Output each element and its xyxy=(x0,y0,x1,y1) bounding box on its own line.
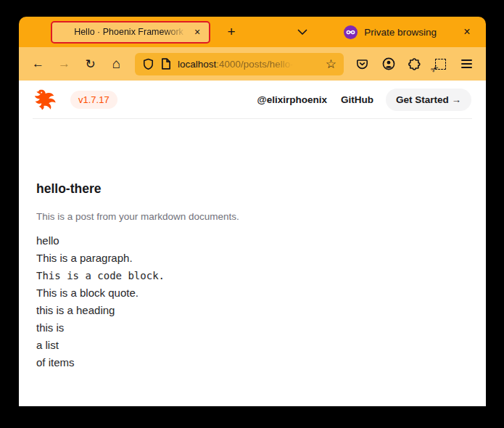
chevron-down-icon xyxy=(297,29,307,36)
shield-icon[interactable] xyxy=(142,58,154,70)
account-icon xyxy=(382,57,395,70)
list-all-tabs-button[interactable] xyxy=(293,22,312,41)
post-list-item-3: of items xyxy=(36,354,468,371)
tab-strip: Hello · Phoenix Framework × + Private br… xyxy=(19,17,486,47)
post-title: hello-there xyxy=(36,181,468,197)
address-bar[interactable]: localhost:4000/posts/hello-t ☆ xyxy=(135,53,344,75)
private-browsing-indicator: Private browsing xyxy=(344,25,437,39)
forward-button[interactable]: → xyxy=(54,54,75,75)
post-list-item-2: a list xyxy=(36,337,468,354)
screenshot-icon: ✂ xyxy=(435,59,446,70)
new-tab-button[interactable]: + xyxy=(222,22,241,41)
nav-link-github[interactable]: GitHub xyxy=(341,94,373,105)
scissors-glyph: ✂ xyxy=(428,62,441,75)
back-button[interactable]: ← xyxy=(28,54,49,75)
page-content: v1.7.17 @elixirphoenix GitHub Get Starte… xyxy=(19,81,486,406)
menu-button[interactable] xyxy=(456,54,477,75)
url-text: localhost:4000/posts/hello-t xyxy=(178,59,319,70)
post-line-paragraph: This is a paragraph. xyxy=(36,250,468,267)
post-block-quote: This is a block quote. xyxy=(36,284,468,302)
post-article: hello-there This is a post from your mar… xyxy=(19,119,486,371)
post-subtitle: This is a post from your markdown docume… xyxy=(36,210,468,224)
extensions-button[interactable] xyxy=(404,54,425,75)
reload-button[interactable]: ↻ xyxy=(80,54,101,75)
private-mask-icon xyxy=(344,25,358,39)
navigation-toolbar: ← → ↻ ⌂ localhost:4000/posts/hello-t ☆ xyxy=(19,47,486,81)
hamburger-menu-icon xyxy=(461,59,472,68)
phoenix-logo[interactable] xyxy=(33,89,61,111)
tab-hello-phoenix[interactable]: Hello · Phoenix Framework × xyxy=(51,21,210,44)
account-button[interactable] xyxy=(378,54,399,75)
bookmark-star-icon[interactable]: ☆ xyxy=(326,57,336,72)
pocket-icon xyxy=(356,58,368,70)
pocket-button[interactable] xyxy=(352,54,373,75)
page-security-icon[interactable] xyxy=(161,58,171,70)
site-header: v1.7.17 @elixirphoenix GitHub Get Starte… xyxy=(19,81,486,118)
tab-close-icon[interactable]: × xyxy=(191,25,204,38)
browser-window: Hello · Phoenix Framework × + Private br… xyxy=(19,17,486,406)
post-list-item-1: this is xyxy=(36,319,468,337)
post-line-hello: hello xyxy=(36,232,468,250)
post-code-block: This is a code block. xyxy=(36,267,468,284)
url-path: :4000/posts/hello-t xyxy=(216,59,296,70)
post-heading-line: this is a heading xyxy=(36,302,468,319)
tab-title: Hello · Phoenix Framework xyxy=(67,27,191,37)
puzzle-icon xyxy=(408,58,421,70)
url-host: localhost xyxy=(178,59,216,70)
home-button[interactable]: ⌂ xyxy=(106,54,127,75)
version-badge: v1.7.17 xyxy=(70,91,117,109)
private-browsing-label: Private browsing xyxy=(364,27,437,38)
get-started-button[interactable]: Get Started → xyxy=(386,89,471,111)
screenshot-extension-button[interactable]: ✂ xyxy=(430,54,451,75)
window-close-button[interactable]: × xyxy=(458,23,476,41)
nav-link-elixirphoenix[interactable]: @elixirphoenix xyxy=(257,94,327,105)
